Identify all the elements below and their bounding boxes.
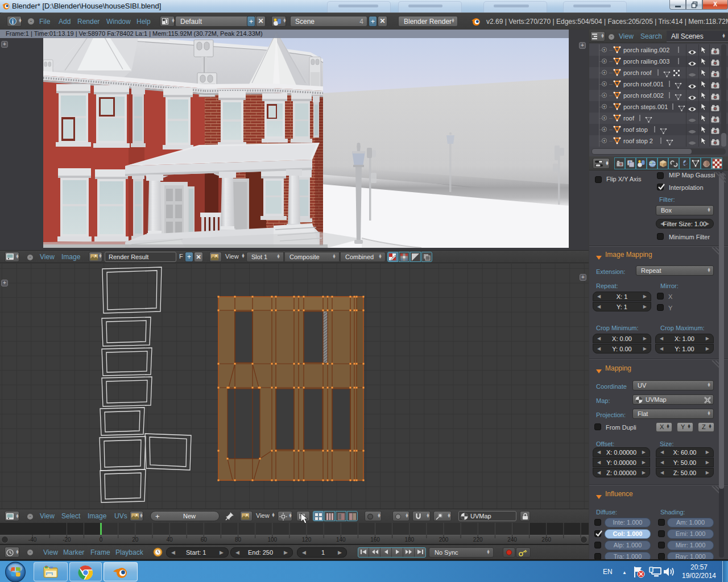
svg-text:260: 260 [541,537,551,543]
svg-text:0: 0 [100,537,103,543]
svg-text:60: 60 [201,537,208,543]
svg-text:100: 100 [267,537,277,543]
svg-text:220: 220 [473,537,483,543]
svg-text:240: 240 [507,537,517,543]
svg-text:-40: -40 [28,537,37,543]
svg-text:140: 140 [336,537,346,543]
svg-text:-20: -20 [63,537,71,543]
svg-text:80: 80 [235,537,242,543]
svg-text:20: 20 [132,537,139,543]
svg-text:40: 40 [167,537,173,543]
svg-text:180: 180 [404,537,414,543]
svg-text:160: 160 [370,537,380,543]
svg-text:120: 120 [302,537,312,543]
svg-text:200: 200 [439,537,449,543]
